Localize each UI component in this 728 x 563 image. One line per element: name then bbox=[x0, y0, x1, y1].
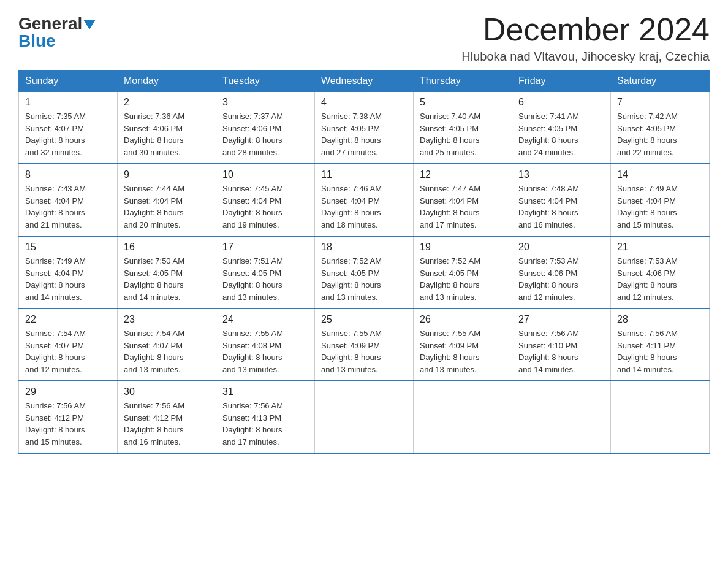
day-info: Sunrise: 7:40 AMSunset: 4:05 PMDaylight:… bbox=[420, 112, 480, 157]
calendar-cell: 27 Sunrise: 7:56 AMSunset: 4:10 PMDaylig… bbox=[512, 308, 611, 381]
day-info: Sunrise: 7:49 AMSunset: 4:04 PMDaylight:… bbox=[617, 184, 678, 229]
day-info: Sunrise: 7:46 AMSunset: 4:04 PMDaylight:… bbox=[321, 184, 382, 229]
day-number: 10 bbox=[222, 169, 308, 180]
page-header: General Blue December 2024 Hluboka nad V… bbox=[18, 12, 710, 64]
day-number: 12 bbox=[420, 169, 506, 180]
day-number: 3 bbox=[222, 97, 308, 108]
day-info: Sunrise: 7:45 AMSunset: 4:04 PMDaylight:… bbox=[222, 184, 283, 229]
day-info: Sunrise: 7:44 AMSunset: 4:04 PMDaylight:… bbox=[124, 184, 184, 229]
day-number: 27 bbox=[518, 314, 604, 325]
calendar-cell: 31 Sunrise: 7:56 AMSunset: 4:13 PMDaylig… bbox=[216, 381, 315, 453]
day-info: Sunrise: 7:37 AMSunset: 4:06 PMDaylight:… bbox=[222, 112, 283, 157]
calendar-cell: 19 Sunrise: 7:52 AMSunset: 4:05 PMDaylig… bbox=[414, 236, 512, 308]
day-number: 18 bbox=[321, 242, 407, 253]
calendar-cell: 18 Sunrise: 7:52 AMSunset: 4:05 PMDaylig… bbox=[315, 236, 414, 308]
logo-blue-text: Blue bbox=[18, 31, 56, 50]
day-number: 9 bbox=[124, 169, 210, 180]
day-info: Sunrise: 7:38 AMSunset: 4:05 PMDaylight:… bbox=[321, 112, 382, 157]
calendar-body: 1 Sunrise: 7:35 AMSunset: 4:07 PMDayligh… bbox=[19, 92, 710, 454]
day-number: 24 bbox=[222, 314, 308, 325]
day-info: Sunrise: 7:36 AMSunset: 4:06 PMDaylight:… bbox=[124, 112, 184, 157]
calendar-cell: 2 Sunrise: 7:36 AMSunset: 4:06 PMDayligh… bbox=[118, 92, 216, 164]
day-number: 22 bbox=[25, 314, 111, 325]
calendar-cell: 14 Sunrise: 7:49 AMSunset: 4:04 PMDaylig… bbox=[611, 164, 710, 236]
day-number: 23 bbox=[124, 314, 210, 325]
day-info: Sunrise: 7:54 AMSunset: 4:07 PMDaylight:… bbox=[124, 329, 184, 374]
day-info: Sunrise: 7:56 AMSunset: 4:11 PMDaylight:… bbox=[617, 329, 678, 374]
calendar-cell: 9 Sunrise: 7:44 AMSunset: 4:04 PMDayligh… bbox=[118, 164, 216, 236]
header-row: Sunday Monday Tuesday Wednesday Thursday… bbox=[19, 71, 710, 92]
calendar-cell: 8 Sunrise: 7:43 AMSunset: 4:04 PMDayligh… bbox=[19, 164, 118, 236]
header-wednesday: Wednesday bbox=[315, 71, 414, 92]
day-number: 11 bbox=[321, 169, 407, 180]
day-number: 1 bbox=[25, 97, 111, 108]
calendar-cell: 24 Sunrise: 7:55 AMSunset: 4:08 PMDaylig… bbox=[216, 308, 315, 381]
day-number: 2 bbox=[124, 97, 210, 108]
calendar-cell bbox=[414, 381, 512, 453]
day-number: 21 bbox=[617, 242, 703, 253]
day-info: Sunrise: 7:56 AMSunset: 4:12 PMDaylight:… bbox=[124, 401, 184, 446]
logo-general-text: General bbox=[18, 14, 82, 33]
day-info: Sunrise: 7:54 AMSunset: 4:07 PMDaylight:… bbox=[25, 329, 86, 374]
day-number: 31 bbox=[222, 386, 308, 397]
calendar-cell: 26 Sunrise: 7:55 AMSunset: 4:09 PMDaylig… bbox=[414, 308, 512, 381]
calendar-week-5: 29 Sunrise: 7:56 AMSunset: 4:12 PMDaylig… bbox=[19, 381, 710, 453]
calendar-cell bbox=[512, 381, 611, 453]
day-number: 30 bbox=[124, 386, 210, 397]
day-info: Sunrise: 7:51 AMSunset: 4:05 PMDaylight:… bbox=[222, 256, 283, 302]
month-title: December 2024 bbox=[461, 12, 710, 47]
calendar-cell: 23 Sunrise: 7:54 AMSunset: 4:07 PMDaylig… bbox=[118, 308, 216, 381]
day-number: 28 bbox=[617, 314, 703, 325]
day-info: Sunrise: 7:49 AMSunset: 4:04 PMDaylight:… bbox=[25, 256, 86, 302]
calendar-cell: 7 Sunrise: 7:42 AMSunset: 4:05 PMDayligh… bbox=[611, 92, 710, 164]
header-thursday: Thursday bbox=[414, 71, 512, 92]
header-monday: Monday bbox=[118, 71, 216, 92]
day-number: 4 bbox=[321, 97, 407, 108]
day-info: Sunrise: 7:48 AMSunset: 4:04 PMDaylight:… bbox=[518, 184, 579, 229]
day-info: Sunrise: 7:50 AMSunset: 4:05 PMDaylight:… bbox=[124, 256, 184, 302]
day-number: 26 bbox=[420, 314, 506, 325]
calendar-week-4: 22 Sunrise: 7:54 AMSunset: 4:07 PMDaylig… bbox=[19, 308, 710, 381]
calendar-cell: 3 Sunrise: 7:37 AMSunset: 4:06 PMDayligh… bbox=[216, 92, 315, 164]
day-number: 13 bbox=[518, 169, 604, 180]
calendar-cell: 12 Sunrise: 7:47 AMSunset: 4:04 PMDaylig… bbox=[414, 164, 512, 236]
calendar-cell: 10 Sunrise: 7:45 AMSunset: 4:04 PMDaylig… bbox=[216, 164, 315, 236]
logo-general-line: General bbox=[18, 15, 96, 33]
day-info: Sunrise: 7:55 AMSunset: 4:09 PMDaylight:… bbox=[420, 329, 480, 374]
calendar-cell: 4 Sunrise: 7:38 AMSunset: 4:05 PMDayligh… bbox=[315, 92, 414, 164]
day-number: 25 bbox=[321, 314, 407, 325]
day-number: 14 bbox=[617, 169, 703, 180]
calendar-table: Sunday Monday Tuesday Wednesday Thursday… bbox=[18, 70, 710, 454]
day-number: 15 bbox=[25, 242, 111, 253]
logo: General Blue bbox=[18, 12, 96, 50]
day-info: Sunrise: 7:55 AMSunset: 4:09 PMDaylight:… bbox=[321, 329, 382, 374]
day-number: 29 bbox=[25, 386, 111, 397]
day-info: Sunrise: 7:56 AMSunset: 4:13 PMDaylight:… bbox=[222, 401, 283, 446]
calendar-cell: 25 Sunrise: 7:55 AMSunset: 4:09 PMDaylig… bbox=[315, 308, 414, 381]
day-number: 17 bbox=[222, 242, 308, 253]
day-info: Sunrise: 7:53 AMSunset: 4:06 PMDaylight:… bbox=[518, 256, 579, 302]
calendar-cell bbox=[315, 381, 414, 453]
calendar-cell: 20 Sunrise: 7:53 AMSunset: 4:06 PMDaylig… bbox=[512, 236, 611, 308]
day-info: Sunrise: 7:52 AMSunset: 4:05 PMDaylight:… bbox=[420, 256, 480, 302]
calendar-cell: 16 Sunrise: 7:50 AMSunset: 4:05 PMDaylig… bbox=[118, 236, 216, 308]
location-text: Hluboka nad Vltavou, Jihocesky kraj, Cze… bbox=[461, 50, 710, 64]
calendar-cell: 22 Sunrise: 7:54 AMSunset: 4:07 PMDaylig… bbox=[19, 308, 118, 381]
logo-triangle-icon bbox=[83, 20, 96, 29]
day-info: Sunrise: 7:56 AMSunset: 4:10 PMDaylight:… bbox=[518, 329, 579, 374]
calendar-cell: 30 Sunrise: 7:56 AMSunset: 4:12 PMDaylig… bbox=[118, 381, 216, 453]
day-info: Sunrise: 7:52 AMSunset: 4:05 PMDaylight:… bbox=[321, 256, 382, 302]
day-info: Sunrise: 7:53 AMSunset: 4:06 PMDaylight:… bbox=[617, 256, 678, 302]
calendar-cell: 17 Sunrise: 7:51 AMSunset: 4:05 PMDaylig… bbox=[216, 236, 315, 308]
day-number: 16 bbox=[124, 242, 210, 253]
header-saturday: Saturday bbox=[611, 71, 710, 92]
header-sunday: Sunday bbox=[19, 71, 118, 92]
day-number: 20 bbox=[518, 242, 604, 253]
day-info: Sunrise: 7:43 AMSunset: 4:04 PMDaylight:… bbox=[25, 184, 86, 229]
calendar-cell: 5 Sunrise: 7:40 AMSunset: 4:05 PMDayligh… bbox=[414, 92, 512, 164]
calendar-cell: 29 Sunrise: 7:56 AMSunset: 4:12 PMDaylig… bbox=[19, 381, 118, 453]
calendar-header: Sunday Monday Tuesday Wednesday Thursday… bbox=[19, 71, 710, 92]
day-number: 6 bbox=[518, 97, 604, 108]
calendar-cell: 28 Sunrise: 7:56 AMSunset: 4:11 PMDaylig… bbox=[611, 308, 710, 381]
logo-blue-line: Blue bbox=[18, 33, 56, 50]
